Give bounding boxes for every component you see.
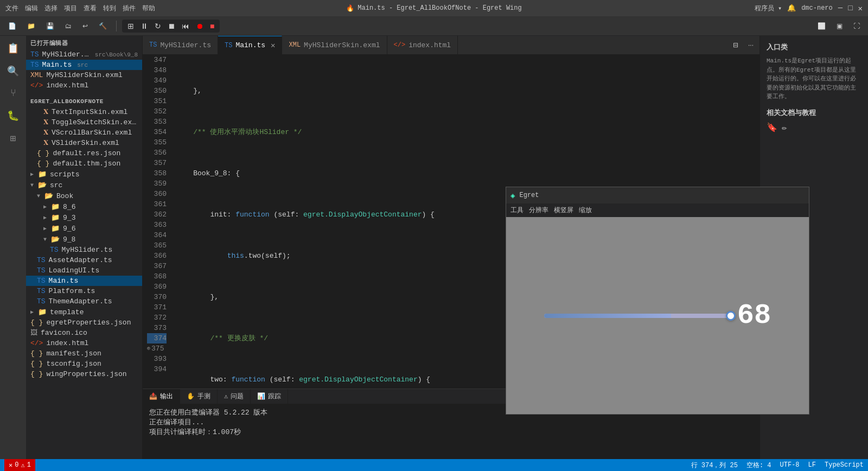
build-button[interactable]: 🔨 (95, 20, 111, 32)
tree-src[interactable]: ▼ 📂 src (26, 180, 142, 190)
tree-themeadapter[interactable]: TS ThemeAdapter.ts (26, 296, 142, 307)
layout-button[interactable]: ▣ (833, 20, 846, 32)
tree-wingprops[interactable]: { } wingProperties.json (26, 369, 142, 379)
open-file-myhslider[interactable]: TS MyHSlider.ts src\Book\9_8 (26, 49, 142, 60)
close-button[interactable]: ✕ (858, 4, 863, 13)
tree-tsconfig[interactable]: { } tsconfig.json (26, 359, 142, 369)
tree-9-6[interactable]: ▶ 📁 9_6 (26, 223, 142, 234)
menu-help[interactable]: 帮助 (142, 4, 155, 13)
menu-file[interactable]: 文件 (5, 4, 18, 13)
tree-default-thm[interactable]: { } default.thm.json (26, 158, 142, 169)
tree-default-res[interactable]: { } default.res.json (26, 148, 142, 158)
egret-menu-resolution[interactable]: 分辨率 (529, 206, 548, 215)
slider-thumb[interactable] (726, 311, 736, 321)
tab-myhsliderskin[interactable]: XML MyHSliderSkin.exml (282, 36, 387, 55)
maximize-button[interactable]: □ (848, 4, 852, 12)
more-tabs-button[interactable]: ··· (744, 39, 757, 51)
tree-vsliderskin[interactable]: 𝐗 VSliderSkin.exml (26, 138, 142, 148)
tab-main[interactable]: TS Main.ts ✕ (218, 36, 282, 55)
menu-goto[interactable]: 转到 (103, 4, 116, 13)
tree-scripts[interactable]: ▶ 📁 scripts (26, 169, 142, 180)
statusbar-position[interactable]: 行 374，列 25 (691, 461, 738, 470)
open-file-index[interactable]: </> index.html (26, 80, 142, 91)
git-icon[interactable]: ⑂ (8, 86, 18, 101)
open-file-button[interactable]: 📁 (23, 20, 39, 32)
save-all-button[interactable]: 🗂 (61, 20, 75, 32)
tree-platform[interactable]: TS Platform.ts (26, 286, 142, 296)
save-button[interactable]: 💾 (42, 20, 58, 32)
debug-icon[interactable]: 🐛 (5, 107, 21, 124)
user-dropdown[interactable]: 程序员 ▾ (755, 4, 782, 13)
play-stop-button[interactable]: ■ (208, 21, 216, 31)
menu-view[interactable]: 查看 (84, 4, 97, 13)
tab-main-close[interactable]: ✕ (271, 41, 275, 50)
panel-tab-output[interactable]: 📤 输出 (143, 389, 180, 404)
line-num-370: 370 (147, 292, 167, 302)
tab-myhslider[interactable]: TS MyHSlider.ts (143, 36, 218, 55)
menu-edit[interactable]: 编辑 (25, 4, 38, 13)
slider-preview-area: 68 (544, 300, 771, 332)
tree-main[interactable]: TS Main.ts (26, 276, 142, 286)
tree-9-8[interactable]: ▼ 📂 9_8 (26, 234, 142, 245)
pause-button[interactable]: ⏸ (138, 21, 150, 31)
tree-toggleswitchskin[interactable]: 𝐗 ToggleSwitchSkin.exml (26, 117, 142, 128)
panel-tab-problems[interactable]: ⚠ 问题 (218, 389, 251, 404)
extensions-icon[interactable]: ⊞ (8, 130, 18, 147)
tree-textinputskin[interactable]: 𝐗 TextInputSkin.exml (26, 107, 142, 117)
tree-book[interactable]: ▼ 📂 Book (26, 190, 142, 201)
panel-msg-2: 项目共计编译耗时：1.007秒 (149, 427, 753, 437)
stop-button[interactable]: ⏮ (180, 21, 192, 31)
collapse-icon[interactable]: ⊕ (147, 343, 150, 354)
record-button[interactable]: ⏺ (194, 21, 206, 31)
minimize-button[interactable]: ─ (838, 4, 843, 12)
statusbar-eol[interactable]: LF (808, 461, 816, 470)
statusbar-error-count[interactable]: ✕ 0 ⚠ 1 (4, 459, 35, 471)
open-file-myhsliderskin[interactable]: XML MyHSliderSkin.exml (26, 70, 142, 80)
slider-track[interactable] (544, 314, 731, 318)
menu-project[interactable]: 项目 (64, 4, 77, 13)
prev-button[interactable]: ⏹ (165, 21, 177, 31)
tree-template[interactable]: ▶ 📁 template (26, 307, 142, 317)
statusbar-encoding[interactable]: UTF-8 (780, 461, 800, 470)
bookmark-icon[interactable]: 🔖 (767, 122, 777, 133)
tree-8-6[interactable]: ▶ 📁 8_6 (26, 201, 142, 212)
tree-vscrollbarskin-label: VScrollBarSkin.exml (52, 129, 132, 137)
panel-tab-test-label: 手测 (197, 392, 210, 401)
menu-plugins[interactable]: 插件 (123, 4, 136, 13)
split-editor-button[interactable]: ⊟ (729, 39, 742, 51)
tree-indexhtml[interactable]: </> index.html (26, 338, 142, 348)
fullscreen-button[interactable]: ⛶ (850, 20, 864, 32)
statusbar-spaces[interactable]: 空格: 4 (746, 461, 771, 470)
explorer-icon[interactable]: 📋 (5, 40, 21, 56)
title-text: Main.ts - Egret_AllBookOfNote - Egret Wi… (358, 4, 521, 12)
tree-manifest[interactable]: { } manifest.json (26, 348, 142, 359)
tree-9-3[interactable]: ▶ 📁 9_3 (26, 212, 142, 223)
open-file-main[interactable]: TS Main.ts src (26, 60, 142, 70)
notification-icon[interactable]: 🔔 (787, 4, 796, 12)
tree-loadingui[interactable]: TS LoadingUI.ts (26, 265, 142, 276)
panel-tab-test[interactable]: ✋ 手测 (180, 389, 218, 404)
tree-favicon[interactable]: 🖼 favicon.ico (26, 328, 142, 338)
egret-preview-window[interactable]: ◈ Egret 工具 分辨率 横竖屏 缩放 68 (506, 187, 809, 415)
egret-menu-zoom[interactable]: 缩放 (579, 206, 592, 215)
edit-icon[interactable]: ✏ (782, 122, 787, 133)
code-line-348: /** 使用水平滑动块HSlider */ (176, 127, 760, 137)
menu-select[interactable]: 选择 (44, 4, 58, 13)
grid-button[interactable]: ⊞ (125, 21, 136, 31)
tree-9-3-label: 9_3 (63, 214, 75, 222)
tree-vscrollbarskin[interactable]: 𝐗 VScrollBarSkin.exml (26, 128, 142, 138)
new-file-button[interactable]: 📄 (4, 20, 20, 32)
tab-index[interactable]: </> index.html (387, 36, 458, 55)
undo-button[interactable]: ↩ (79, 20, 92, 32)
panel-tab-trace[interactable]: 📊 跟踪 (251, 389, 288, 404)
egret-menu-orientation[interactable]: 横竖屏 (554, 206, 573, 215)
tree-myhslider[interactable]: TS MyHSlider.ts (26, 245, 142, 255)
refresh-button[interactable]: ↻ (152, 21, 163, 31)
tree-assetadapter[interactable]: TS AssetAdapter.ts (26, 255, 142, 265)
statusbar-language[interactable]: TypeScript (825, 461, 864, 470)
search-icon[interactable]: 🔍 (5, 63, 21, 79)
ts-icon-6: TS (37, 287, 46, 295)
tree-egretprops[interactable]: { } egretProperties.json (26, 317, 142, 328)
egret-menu-tools[interactable]: 工具 (510, 206, 524, 215)
layout-split-button[interactable]: ⬜ (814, 20, 829, 32)
